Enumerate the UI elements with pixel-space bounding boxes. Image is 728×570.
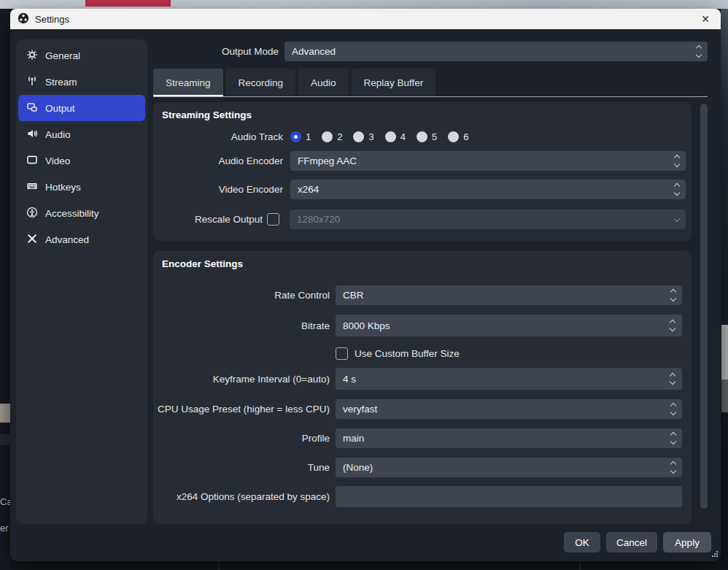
radio-label: 1 bbox=[306, 131, 311, 142]
apply-button[interactable]: Apply bbox=[663, 532, 711, 552]
output-mode-select[interactable]: Advanced bbox=[284, 42, 708, 61]
background-dock-divider bbox=[579, 562, 581, 570]
sidebar-item-output[interactable]: Output bbox=[18, 95, 145, 121]
speaker-icon bbox=[26, 128, 38, 142]
audio-track-option-2[interactable]: 2 bbox=[322, 131, 342, 142]
sidebar-item-label: Hotkeys bbox=[45, 182, 81, 193]
profile-value: main bbox=[343, 433, 364, 444]
custom-buffer-checkbox[interactable] bbox=[336, 347, 348, 360]
radio-button-icon[interactable] bbox=[385, 131, 396, 142]
tune-label: Tune bbox=[153, 462, 336, 473]
streaming-settings-panel: Streaming Settings Audio Track 123456 Au… bbox=[153, 102, 692, 241]
audio-encoder-select[interactable]: FFmpeg AAC bbox=[290, 151, 686, 171]
radio-label: 5 bbox=[432, 131, 437, 142]
rescale-resolution-value: 1280x720 bbox=[297, 214, 340, 225]
sidebar-item-label: Output bbox=[45, 103, 75, 114]
spinner-arrows-icon[interactable] bbox=[665, 399, 682, 419]
audio-track-radio-group: 123456 bbox=[290, 131, 468, 142]
spinner-arrows-icon[interactable] bbox=[668, 151, 686, 171]
sidebar-item-accessibility[interactable]: Accessibility bbox=[18, 200, 145, 226]
audio-track-option-1[interactable]: 1 bbox=[290, 131, 311, 142]
background-left-patch bbox=[0, 404, 10, 423]
keyframe-interval-spinbox[interactable]: 4 s bbox=[336, 368, 682, 390]
audio-encoder-row: Audio Encoder FFmpeg AAC bbox=[153, 151, 686, 171]
rescale-output-checkbox[interactable] bbox=[267, 213, 279, 226]
close-icon[interactable]: ✕ bbox=[697, 11, 713, 27]
tools-icon bbox=[26, 233, 38, 247]
sidebar-item-label: Audio bbox=[45, 129, 71, 140]
resize-grip-icon[interactable] bbox=[711, 548, 718, 559]
rescale-resolution-select: 1280x720 bbox=[290, 209, 686, 229]
footer-buttons: OK Cancel Apply bbox=[564, 532, 711, 552]
keyframe-interval-row: Keyframe Interval (0=auto) 4 s bbox=[153, 368, 682, 390]
spinner-arrows-icon[interactable] bbox=[665, 285, 682, 305]
profile-select[interactable]: main bbox=[336, 428, 682, 448]
x264-options-input[interactable] bbox=[336, 486, 682, 507]
sidebar-item-advanced[interactable]: Advanced bbox=[18, 226, 145, 253]
settings-sidebar: GeneralStreamOutputAudioVideoHotkeysAcce… bbox=[16, 39, 147, 524]
profile-label: Profile bbox=[153, 433, 336, 444]
radio-button-icon[interactable] bbox=[448, 131, 459, 142]
background-dock-divider bbox=[218, 562, 220, 570]
rescale-output-row: Rescale Output 1280x720 bbox=[153, 209, 686, 229]
scrollbar-track[interactable] bbox=[699, 102, 708, 524]
title-bar[interactable]: Settings ✕ bbox=[10, 9, 721, 29]
rate-control-select[interactable]: CBR bbox=[336, 285, 682, 305]
cpu-preset-value: veryfast bbox=[343, 404, 377, 415]
x264-options-row: x264 Options (separated by space) bbox=[153, 486, 682, 507]
display-icon bbox=[26, 154, 38, 168]
keyframe-interval-label: Keyframe Interval (0=auto) bbox=[153, 374, 336, 385]
radio-label: 2 bbox=[337, 131, 342, 142]
spinner-arrows-icon[interactable] bbox=[690, 42, 708, 61]
output-icon bbox=[26, 101, 38, 115]
background-left-patch bbox=[0, 434, 10, 445]
keyframe-interval-value: 4 s bbox=[343, 374, 356, 385]
output-mode-row: Output Mode Advanced bbox=[153, 42, 708, 61]
spinner-arrows-icon[interactable] bbox=[665, 428, 682, 448]
bitrate-spinbox[interactable]: 8000 Kbps bbox=[336, 315, 682, 336]
sidebar-item-general[interactable]: General bbox=[18, 42, 145, 69]
video-encoder-select[interactable]: x264 bbox=[290, 180, 686, 199]
audio-track-option-6[interactable]: 6 bbox=[448, 131, 468, 142]
spinner-arrows-icon[interactable] bbox=[665, 458, 682, 477]
radio-button-icon[interactable] bbox=[322, 131, 333, 142]
radio-button-icon[interactable] bbox=[417, 131, 427, 142]
radio-button-icon[interactable] bbox=[353, 131, 364, 142]
ok-button[interactable]: OK bbox=[564, 532, 600, 552]
tab-replay-buffer[interactable]: Replay Buffer bbox=[352, 69, 436, 96]
audio-encoder-label: Audio Encoder bbox=[153, 155, 290, 166]
tab-audio[interactable]: Audio bbox=[298, 69, 349, 96]
tune-value: (None) bbox=[343, 462, 373, 473]
background-red-bar bbox=[85, 0, 171, 7]
cancel-button[interactable]: Cancel bbox=[606, 532, 657, 552]
spinner-arrows-icon[interactable] bbox=[663, 368, 682, 390]
cpu-preset-label: CPU Usage Preset (higher = less CPU) bbox=[153, 404, 336, 415]
output-tabs: StreamingRecordingAudioReplay Buffer bbox=[153, 69, 435, 96]
video-encoder-value: x264 bbox=[298, 184, 319, 195]
audio-track-row: Audio Track 123456 bbox=[153, 129, 686, 144]
bitrate-value: 8000 Kbps bbox=[343, 320, 390, 331]
tune-select[interactable]: (None) bbox=[336, 458, 682, 477]
panel-title: Streaming Settings bbox=[162, 109, 252, 120]
spinner-arrows-icon[interactable] bbox=[663, 315, 682, 336]
cpu-preset-select[interactable]: veryfast bbox=[336, 399, 682, 419]
audio-track-option-3[interactable]: 3 bbox=[353, 131, 373, 142]
tab-streaming[interactable]: Streaming bbox=[153, 69, 223, 96]
sidebar-item-label: General bbox=[45, 50, 80, 61]
spinner-arrows-icon[interactable] bbox=[668, 180, 686, 199]
gear-icon bbox=[26, 49, 38, 63]
audio-track-label: Audio Track bbox=[153, 131, 290, 142]
tab-recording[interactable]: Recording bbox=[226, 69, 296, 96]
radio-button-icon[interactable] bbox=[290, 131, 301, 142]
sidebar-item-hotkeys[interactable]: Hotkeys bbox=[18, 174, 145, 200]
x264-options-label: x264 Options (separated by space) bbox=[153, 491, 336, 502]
sidebar-item-label: Video bbox=[45, 155, 70, 166]
scrollbar-thumb[interactable] bbox=[700, 104, 708, 509]
audio-track-option-4[interactable]: 4 bbox=[385, 131, 406, 142]
sidebar-item-stream[interactable]: Stream bbox=[18, 69, 145, 95]
sidebar-item-video[interactable]: Video bbox=[18, 147, 145, 174]
audio-track-option-5[interactable]: 5 bbox=[417, 131, 437, 142]
sidebar-item-audio[interactable]: Audio bbox=[18, 121, 145, 147]
radio-label: 3 bbox=[368, 131, 373, 142]
background-left-strip bbox=[0, 9, 10, 570]
